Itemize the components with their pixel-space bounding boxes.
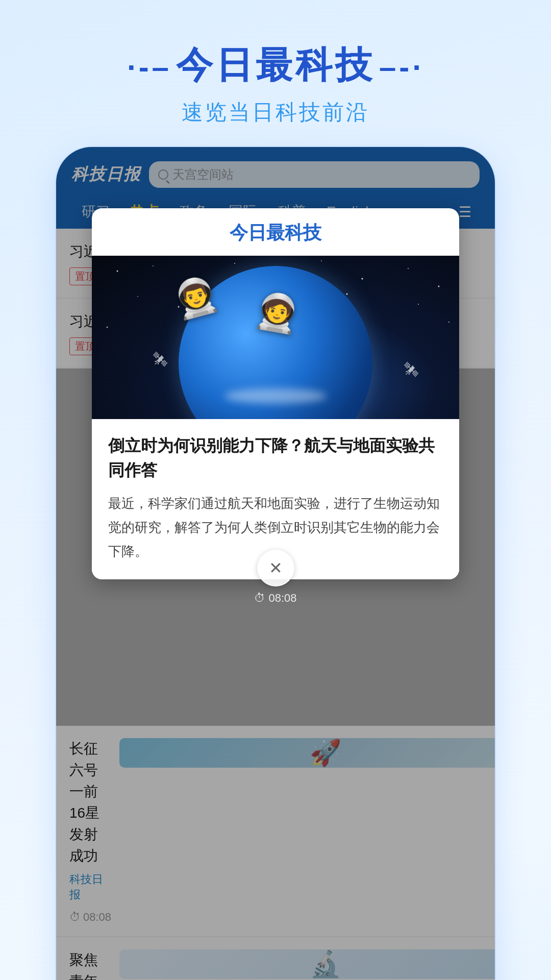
page-header: 今日最科技 速览当日科技前沿	[127, 41, 424, 127]
svg-point-8	[438, 286, 440, 287]
svg-point-13	[418, 304, 419, 305]
close-x-icon: ✕	[269, 560, 283, 576]
svg-point-7	[408, 268, 409, 269]
svg-point-14	[107, 327, 108, 328]
close-btn-area: ✕ ⏱ 08:08	[254, 550, 296, 605]
satellite-1: 🛰	[153, 351, 167, 368]
astronaut-2: 🧑‍🚀	[252, 288, 303, 337]
popup-wrapper: 今日最科技	[92, 208, 459, 579]
popup-title: 今日最科技	[230, 222, 321, 243]
close-button[interactable]: ✕	[257, 550, 294, 586]
popup-article-title: 倒立时为何识别能力下降？航天与地面实验共同作答	[108, 433, 443, 482]
popup-overlay[interactable]: 今日最科技	[56, 147, 495, 980]
popup-title-bar: 今日最科技	[92, 208, 459, 256]
page-subtitle: 速览当日科技前沿	[127, 98, 424, 127]
popup-card: 今日最科技	[92, 208, 459, 579]
svg-point-12	[346, 293, 348, 295]
popup-close-time: ⏱ 08:08	[254, 592, 296, 605]
svg-point-3	[234, 263, 235, 264]
svg-point-9	[137, 296, 138, 297]
phone-frame: 科技日报 天宫空间站 研习 热点 政务 国际 科普 English ☰ 习近… …	[56, 147, 495, 980]
close-time-text: 08:08	[268, 592, 296, 605]
satellite-2: 🛰	[404, 361, 418, 378]
svg-point-1	[153, 265, 154, 266]
clock-icon-popup: ⏱	[254, 592, 265, 605]
page-title: 今日最科技	[127, 41, 424, 90]
popup-space-image: 👨‍🚀 🧑‍🚀 🛰 🛰	[92, 256, 459, 419]
svg-point-5	[321, 260, 322, 261]
svg-point-6	[362, 278, 363, 280]
svg-point-0	[117, 271, 118, 272]
earth-cloud	[224, 388, 327, 404]
svg-point-15	[448, 322, 449, 323]
